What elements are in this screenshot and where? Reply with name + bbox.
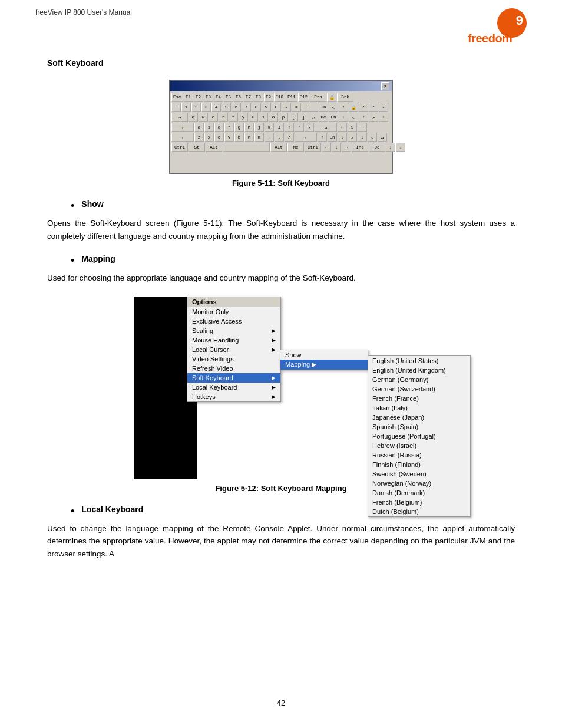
sk-n[interactable]: n xyxy=(244,133,254,142)
sk-s[interactable]: s xyxy=(204,123,214,132)
sk-tab[interactable]: ⇥ xyxy=(171,113,188,122)
sk-n5[interactable]: 5 xyxy=(348,123,357,132)
sk-q[interactable]: q xyxy=(189,113,198,122)
sk-f9[interactable]: F9 xyxy=(264,93,273,102)
sk-g[interactable]: g xyxy=(234,123,244,132)
sk-t[interactable]: t xyxy=(229,113,238,122)
lang-dutch[interactable]: Dutch (Belgium) xyxy=(368,507,470,516)
sk-nminus[interactable]: - xyxy=(379,103,388,112)
sk-pgdn[interactable]: ↓ xyxy=(339,113,348,122)
sk-enter[interactable]: ↵ xyxy=(315,123,337,132)
sk-n3[interactable]: ↘ xyxy=(368,133,377,142)
sk-u[interactable]: u xyxy=(249,113,258,122)
sk-esc[interactable]: Esc xyxy=(171,93,183,102)
sk-7[interactable]: 7 xyxy=(242,103,251,112)
sk-b[interactable]: b xyxy=(234,133,244,142)
submenu-item-mapping[interactable]: Mapping ▶ xyxy=(280,360,368,370)
sk-slash[interactable]: / xyxy=(285,133,294,142)
sk-ins2[interactable]: Ins xyxy=(352,143,368,152)
sk-up[interactable]: ↑ xyxy=(318,133,327,142)
sk-backtick[interactable]: ` xyxy=(171,103,181,112)
sk-nstar[interactable]: * xyxy=(369,103,378,112)
sk-d[interactable]: d xyxy=(214,123,224,132)
sk-o[interactable]: o xyxy=(269,113,278,122)
sk-5[interactable]: 5 xyxy=(222,103,231,112)
sk-ctrl[interactable]: Ctrl xyxy=(171,143,188,152)
sk-e[interactable]: e xyxy=(209,113,218,122)
sk-6[interactable]: 6 xyxy=(232,103,241,112)
menu-item-local-keyboard[interactable]: Local Keyboard ▶ xyxy=(187,383,280,392)
sk-minus[interactable]: - xyxy=(282,103,291,112)
sk-scrl[interactable]: 🔒 xyxy=(327,93,336,102)
lang-danish[interactable]: Danish (Denmark) xyxy=(368,488,470,498)
sk-f12[interactable]: F12 xyxy=(298,93,310,102)
menu-item-local-cursor[interactable]: Local Cursor ▶ xyxy=(187,345,280,354)
sk-x[interactable]: x xyxy=(204,133,214,142)
menu-item-exclusive-access[interactable]: Exclusive Access xyxy=(187,317,280,326)
submenu-item-show[interactable]: Show xyxy=(280,350,368,360)
sk-brk[interactable]: Brk xyxy=(337,93,353,102)
sk-c[interactable]: c xyxy=(214,133,224,142)
sk-end[interactable]: En xyxy=(329,113,338,122)
sk-backslash[interactable]: ↵ xyxy=(309,113,318,122)
sk-del[interactable]: De xyxy=(319,113,328,122)
sk-rshift[interactable]: ⇧ xyxy=(295,133,317,142)
menu-item-hotkeys[interactable]: Hotkeys ▶ xyxy=(187,392,280,401)
lang-italian[interactable]: Italian (Italy) xyxy=(368,403,470,413)
lang-english-us[interactable]: English (United States) xyxy=(368,356,470,365)
sk-v[interactable]: v xyxy=(224,133,234,142)
lang-swedish[interactable]: Swedish (Sweden) xyxy=(368,469,470,479)
sk-f[interactable]: f xyxy=(224,123,234,132)
sk-left[interactable]: ← xyxy=(338,123,347,132)
sk-n1[interactable]: ↙ xyxy=(348,133,357,142)
sk-i[interactable]: i xyxy=(259,113,268,122)
sk-0[interactable]: 0 xyxy=(272,103,281,112)
sk-j[interactable]: j xyxy=(254,123,264,132)
sk-m[interactable]: m xyxy=(254,133,264,142)
sk-rleft[interactable]: ← xyxy=(322,143,331,152)
sk-f3[interactable]: F3 xyxy=(204,93,213,102)
lang-finnish[interactable]: Finnish (Finland) xyxy=(368,460,470,469)
menu-item-monitor-only[interactable]: Monitor Only xyxy=(187,307,280,317)
sk-prn[interactable]: Prn xyxy=(310,93,326,102)
sk-2[interactable]: 2 xyxy=(191,103,201,112)
sk-close-btn[interactable]: ✕ xyxy=(381,82,389,90)
sk-equals[interactable]: = xyxy=(292,103,301,112)
sk-rme[interactable]: Me xyxy=(287,143,304,152)
lang-hebrew[interactable]: Hebrew (Israel) xyxy=(368,441,470,450)
sk-f5[interactable]: F5 xyxy=(224,93,233,102)
sk-n9[interactable]: ↗ xyxy=(369,113,378,122)
sk-rright[interactable]: → xyxy=(342,143,351,152)
sk-home[interactable]: ↖ xyxy=(329,103,338,112)
sk-lshift[interactable]: ⇧ xyxy=(171,133,194,142)
lang-german-de[interactable]: German (Germany) xyxy=(368,375,470,384)
menu-item-soft-keyboard[interactable]: Soft Keyboard ▶ xyxy=(187,373,280,383)
sk-n0[interactable]: ↓ xyxy=(386,143,395,152)
sk-3[interactable]: 3 xyxy=(201,103,211,112)
lang-german-ch[interactable]: German (Switzerland) xyxy=(368,384,470,394)
sk-ralt[interactable]: Alt xyxy=(270,143,287,152)
sk-p[interactable]: p xyxy=(279,113,288,122)
sk-f11[interactable]: F11 xyxy=(286,93,297,102)
sk-hash[interactable]: \ xyxy=(305,123,314,132)
sk-4[interactable]: 4 xyxy=(211,103,221,112)
sk-st[interactable]: St xyxy=(189,143,205,152)
sk-down[interactable]: ↓ xyxy=(338,133,347,142)
sk-f4[interactable]: F4 xyxy=(214,93,223,102)
sk-semicolon[interactable]: ; xyxy=(285,123,294,132)
lang-english-uk[interactable]: English (United Kingdom) xyxy=(368,365,470,375)
sk-alt[interactable]: Alt xyxy=(206,143,222,152)
sk-f1[interactable]: F1 xyxy=(184,93,193,102)
menu-item-refresh-video[interactable]: Refresh Video xyxy=(187,364,280,373)
sk-capslock[interactable]: ⇪ xyxy=(171,123,194,132)
sk-nslash[interactable]: / xyxy=(359,103,368,112)
sk-f2[interactable]: F2 xyxy=(194,93,203,102)
sk-rdown[interactable]: ↓ xyxy=(332,143,341,152)
sk-en2[interactable]: En xyxy=(328,133,337,142)
sk-numlk[interactable]: 🔒 xyxy=(349,103,358,112)
sk-r[interactable]: r xyxy=(219,113,228,122)
sk-n8[interactable]: ↑ xyxy=(359,113,368,122)
lang-french-fr[interactable]: French (France) xyxy=(368,394,470,403)
sk-f8[interactable]: F8 xyxy=(254,93,263,102)
sk-y[interactable]: y xyxy=(239,113,248,122)
